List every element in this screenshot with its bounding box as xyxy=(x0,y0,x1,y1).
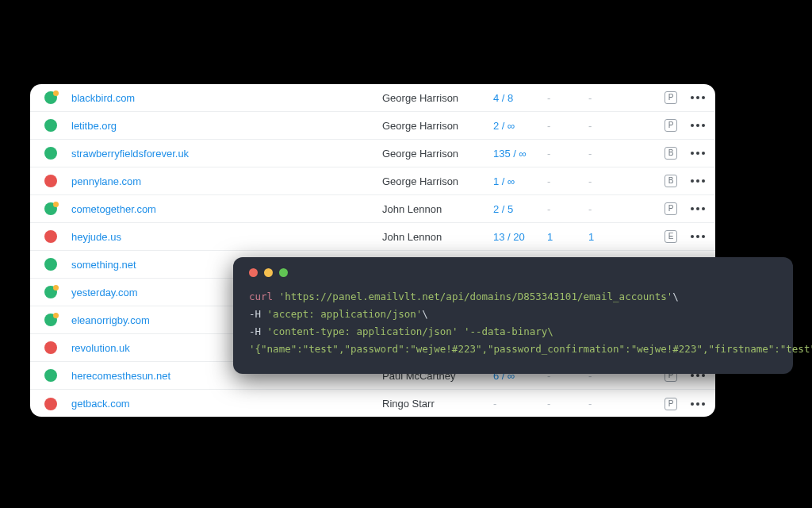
table-row[interactable]: cometogether.comJohn Lennon2 / 5--P xyxy=(30,195,715,223)
status-icon xyxy=(44,147,57,160)
owner-name: George Harrison xyxy=(382,148,493,160)
metric-1: - xyxy=(547,398,588,410)
domain-link[interactable]: getback.com xyxy=(71,398,382,410)
table-row[interactable]: getback.comRingo Starr---P xyxy=(30,390,715,417)
quota-value[interactable]: 4 / 8 xyxy=(493,92,547,104)
status-icon xyxy=(44,314,57,326)
terminal-window: curl 'https://panel.emailvlt.net/api/dom… xyxy=(233,257,793,374)
terminal-line: '{"name":"test","password":"wejwe!#223",… xyxy=(249,341,777,358)
metric-1: - xyxy=(547,92,588,104)
quota-value[interactable]: 135 / ∞ xyxy=(493,148,547,160)
domain-link[interactable]: blackbird.com xyxy=(71,92,382,104)
more-icon[interactable] xyxy=(690,402,706,406)
terminal-flag: -H xyxy=(249,325,261,337)
plan-badge: P xyxy=(665,398,677,410)
metric-2: 1 xyxy=(588,231,630,243)
table-row[interactable]: blackbird.comGeorge Harrison4 / 8--P xyxy=(30,84,715,112)
table-row[interactable]: strawberryfieldsforever.ukGeorge Harriso… xyxy=(30,140,715,167)
metric-1: - xyxy=(547,175,588,187)
domain-link[interactable]: pennylane.com xyxy=(71,175,382,187)
traffic-zoom-icon[interactable] xyxy=(279,268,288,277)
table-row[interactable]: heyjude.usJohn Lennon13 / 2011E xyxy=(30,223,715,251)
status-accent-icon xyxy=(53,285,59,291)
table-row[interactable]: letitbe.orgGeorge Harrison2 / ∞--P xyxy=(30,112,715,140)
domain-link[interactable]: heyjude.us xyxy=(71,231,382,243)
terminal-command: curl xyxy=(249,291,273,302)
more-icon[interactable] xyxy=(690,374,706,377)
terminal-line: -H 'content-type: application/json' '--d… xyxy=(249,323,777,341)
owner-name: John Lennon xyxy=(382,203,493,215)
traffic-close-icon[interactable] xyxy=(249,268,258,277)
status-icon xyxy=(44,175,57,187)
status-icon xyxy=(44,341,57,354)
plan-badge: E xyxy=(665,230,677,243)
metric-2: - xyxy=(588,92,630,104)
terminal-string: 'accept: application/json' xyxy=(267,308,423,320)
quota-value[interactable]: 2 / 5 xyxy=(493,203,547,215)
status-accent-icon xyxy=(53,313,59,318)
status-icon xyxy=(44,119,57,132)
metric-2: - xyxy=(588,175,630,187)
terminal-string: 'content-type: application/json' xyxy=(267,325,458,337)
plan-badge: B xyxy=(665,147,677,160)
more-icon[interactable] xyxy=(690,207,706,210)
domain-link[interactable]: strawberryfieldsforever.uk xyxy=(71,148,382,160)
plan-badge: P xyxy=(665,119,677,132)
owner-name: George Harrison xyxy=(382,120,493,132)
window-traffic-lights xyxy=(249,268,777,277)
plan-badge: P xyxy=(665,91,677,104)
more-icon[interactable] xyxy=(690,179,706,183)
more-icon[interactable] xyxy=(690,152,706,155)
terminal-string: 'https://panel.emailvlt.net/api/domains/… xyxy=(279,291,673,302)
metric-2: - xyxy=(588,398,630,410)
traffic-minimize-icon[interactable] xyxy=(264,268,273,277)
owner-name: George Harrison xyxy=(382,92,493,104)
status-icon xyxy=(44,369,57,382)
domain-link[interactable]: letitbe.org xyxy=(71,120,382,132)
metric-2: - xyxy=(588,120,630,132)
quota-value[interactable]: 1 / ∞ xyxy=(493,175,547,187)
metric-1: - xyxy=(547,203,588,215)
more-icon[interactable] xyxy=(690,96,706,99)
quota-value[interactable]: 2 / ∞ xyxy=(493,120,547,132)
metric-1: - xyxy=(547,120,588,132)
more-icon[interactable] xyxy=(690,124,706,127)
quota-value[interactable]: 13 / 20 xyxy=(493,231,547,243)
status-icon xyxy=(44,202,57,215)
quota-value[interactable]: - xyxy=(493,398,547,410)
terminal-line: curl 'https://panel.emailvlt.net/api/dom… xyxy=(249,288,777,306)
terminal-flag: -H xyxy=(249,308,261,320)
owner-name: George Harrison xyxy=(382,175,493,187)
owner-name: John Lennon xyxy=(382,231,493,243)
plan-badge: P xyxy=(665,202,677,215)
status-icon xyxy=(44,286,57,298)
status-icon xyxy=(44,398,57,410)
table-row[interactable]: pennylane.comGeorge Harrison1 / ∞--B xyxy=(30,167,715,195)
status-accent-icon xyxy=(53,90,59,96)
more-icon[interactable] xyxy=(690,235,706,238)
status-icon xyxy=(44,91,57,104)
owner-name: Ringo Starr xyxy=(382,398,493,410)
metric-1: 1 xyxy=(547,231,588,243)
status-icon xyxy=(44,258,57,271)
plan-badge: B xyxy=(665,175,677,187)
terminal-string: '--data-binary\ xyxy=(464,325,553,337)
status-icon xyxy=(44,230,57,243)
terminal-string: '{"name":"test","password":"wejwe!#223",… xyxy=(249,343,812,355)
metric-2: - xyxy=(588,203,630,215)
status-accent-icon xyxy=(53,202,59,207)
terminal-line: -H 'accept: application/json'\ xyxy=(249,306,777,323)
metric-2: - xyxy=(588,148,630,160)
domain-link[interactable]: cometogether.com xyxy=(71,203,382,215)
metric-1: - xyxy=(547,148,588,160)
